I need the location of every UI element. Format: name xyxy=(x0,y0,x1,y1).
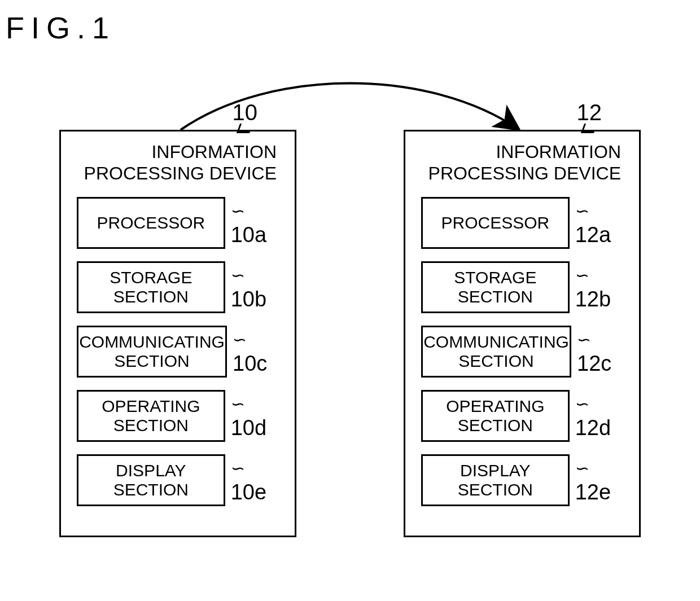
component-ref: ∼10e xyxy=(231,456,279,505)
component-box: COMMUNICATING SECTION xyxy=(421,326,571,378)
component-ref: ∼10b xyxy=(231,263,279,312)
device-12-ref: 12 xyxy=(577,100,602,125)
device-12-title-line1: INFORMATION xyxy=(496,142,621,162)
device-10-title: INFORMATION PROCESSING DEVICE xyxy=(77,142,279,185)
component-box: OPERATING SECTION xyxy=(421,390,570,442)
component-ref: ∼12e xyxy=(575,456,623,505)
device-10-title-line1: INFORMATION xyxy=(151,142,277,162)
component-box: OPERATING SECTION xyxy=(77,390,225,442)
component-12b: STORAGE SECTION ∼12b xyxy=(421,261,623,313)
device-10-ref: 10 xyxy=(233,100,258,125)
component-12a: PROCESSOR ∼12a xyxy=(421,197,623,249)
figure-title: FIG.1 xyxy=(6,10,116,45)
device-12-title-line2: PROCESSING DEVICE xyxy=(428,163,621,183)
component-box: STORAGE SECTION xyxy=(421,261,570,313)
component-ref: ∼12d xyxy=(575,392,623,440)
component-box: COMMUNICATING SECTION xyxy=(77,326,227,378)
component-12c: COMMUNICATING SECTION ∼12c xyxy=(421,326,623,378)
component-ref: ∼12a xyxy=(575,199,623,247)
component-ref: ∼12b xyxy=(575,263,623,312)
component-ref: ∼10d xyxy=(231,392,279,440)
device-12-title: INFORMATION PROCESSING DEVICE xyxy=(421,142,623,185)
component-box: DISPLAY SECTION xyxy=(421,454,570,506)
component-10b: STORAGE SECTION ∼10b xyxy=(77,261,279,313)
component-box: PROCESSOR xyxy=(421,197,570,249)
component-box: PROCESSOR xyxy=(77,197,225,249)
device-12: 12 INFORMATION PROCESSING DEVICE PROCESS… xyxy=(404,130,641,537)
component-ref: ∼10c xyxy=(233,327,279,376)
component-10c: COMMUNICATING SECTION ∼10c xyxy=(77,326,279,378)
component-box: DISPLAY SECTION xyxy=(77,454,225,506)
component-box: STORAGE SECTION xyxy=(77,261,225,313)
component-ref: ∼12c xyxy=(577,327,623,376)
component-12e: DISPLAY SECTION ∼12e xyxy=(421,454,623,506)
component-ref: ∼10a xyxy=(231,199,279,247)
device-10-title-line2: PROCESSING DEVICE xyxy=(84,163,277,183)
devices-row: 10 INFORMATION PROCESSING DEVICE PROCESS… xyxy=(0,130,700,537)
component-10d: OPERATING SECTION ∼10d xyxy=(77,390,279,442)
device-10: 10 INFORMATION PROCESSING DEVICE PROCESS… xyxy=(59,130,296,537)
component-10e: DISPLAY SECTION ∼10e xyxy=(77,454,279,506)
component-10a: PROCESSOR ∼10a xyxy=(77,197,279,249)
component-12d: OPERATING SECTION ∼12d xyxy=(421,390,623,442)
